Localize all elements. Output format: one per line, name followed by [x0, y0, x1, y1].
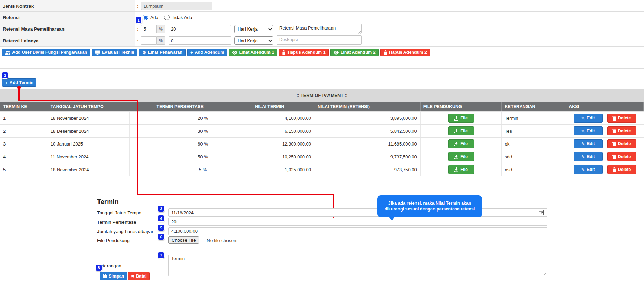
jenis-kontrak-input [141, 2, 212, 10]
trash-icon [282, 50, 286, 55]
lihat-adendum-1-button[interactable]: Lihat Adendum 1 [229, 49, 277, 56]
delete-button[interactable]: Delete [607, 152, 636, 161]
retensi-masa-unit-select[interactable]: Hari Kerja [234, 25, 273, 33]
cell-empty [130, 150, 154, 163]
pencil-icon: ✎ [581, 167, 585, 172]
percent-addon: % [157, 25, 165, 33]
colon: : [135, 23, 140, 35]
calendar-icon[interactable] [539, 210, 544, 215]
download-icon [454, 142, 458, 146]
cell-nilai: 6,150,000.00 [252, 125, 315, 137]
colon: : [135, 0, 140, 11]
trash-icon [612, 116, 616, 121]
edit-button[interactable]: ✎ Edit [574, 126, 603, 135]
keterangan-label: Keterangan [97, 263, 159, 268]
lihat-penawaran-button[interactable]: ⚙ Lihat Penawaran [139, 49, 186, 56]
plus-icon: + [190, 50, 193, 55]
step-badge-6: 6 [158, 234, 164, 240]
cell-aksi: ✎ Edit Delete [566, 112, 644, 124]
simpan-button[interactable]: Simpan [100, 272, 127, 280]
file-button[interactable]: File [448, 152, 474, 161]
percent-addon: % [157, 36, 165, 45]
hapus-adendum-1-button[interactable]: Hapus Adendum 1 [279, 49, 328, 56]
retensi-lainnya-pct-input[interactable] [141, 36, 157, 45]
download-icon [454, 129, 458, 133]
add-adendum-button[interactable]: + Add Adendum [187, 49, 227, 56]
cell-termin-ke: 2 [0, 125, 48, 137]
choose-file-button[interactable]: Choose File [168, 236, 199, 244]
gears-icon: ⚙ [142, 50, 146, 55]
jenis-kontrak-label: Jenis Kontrak [0, 0, 135, 11]
col-file-pendukung: FILE PENDUKUNG [421, 102, 502, 111]
persentase-label: Termin Persentase [97, 220, 159, 225]
retensi-lainnya-days-input[interactable] [169, 36, 231, 45]
trash-icon [612, 167, 616, 172]
delete-button[interactable]: Delete [607, 126, 636, 135]
retensi-lainnya-desc-textarea[interactable] [277, 35, 362, 45]
edit-button[interactable]: ✎ Edit [574, 152, 603, 161]
jumlah-input[interactable] [168, 227, 547, 235]
cell-empty [130, 112, 154, 124]
edit-button[interactable]: ✎ Edit [574, 139, 603, 148]
add-user-divisi-button[interactable]: Add User Divisi Fungsi Pengawasan [2, 49, 90, 56]
retensi-masa-desc-textarea[interactable]: Retensi Masa Pemeliharaan [277, 24, 362, 33]
retensi-tidak-radio[interactable] [164, 15, 170, 20]
retensi-ada-label: Ada [150, 15, 158, 20]
lihat-adendum-2-button[interactable]: Lihat Adendum 2 [330, 49, 379, 56]
cell-termin-ke: 4 [0, 150, 48, 163]
edit-button[interactable]: ✎ Edit [574, 165, 603, 174]
cell-aksi: ✎ Edit Delete [566, 125, 644, 137]
col-termin-ke: TERMIN KE [0, 102, 48, 111]
retensi-lainnya-label: Retensi Lainnya [0, 35, 135, 46]
cell-nilai-retensi: 973,750.00 [315, 163, 421, 176]
delete-button[interactable]: Delete [607, 165, 636, 174]
step-badge-4: 4 [158, 215, 164, 221]
trash-icon [612, 142, 616, 146]
retensi-callout: Jika ada retensi, maka Nilai Termin akan… [377, 195, 482, 217]
pencil-icon: ✎ [581, 155, 585, 159]
colon: : [135, 35, 140, 46]
pencil-icon: ✎ [581, 129, 585, 133]
cell-persentase: 5 % [154, 163, 252, 176]
retensi-masa-days-input[interactable] [169, 25, 231, 33]
download-icon [454, 116, 458, 121]
retensi-masa-pct-input[interactable] [141, 25, 157, 33]
users-icon [5, 50, 10, 55]
cell-termin-ke: 3 [0, 138, 48, 150]
keterangan-textarea[interactable]: Termin [168, 255, 547, 276]
file-button[interactable]: File [448, 139, 474, 148]
termin-form-title: Termin [97, 198, 119, 206]
cell-nilai: 1,025,000.00 [252, 163, 315, 176]
persentase-input[interactable] [168, 218, 547, 226]
cell-persentase: 50 % [154, 150, 252, 163]
hapus-adendum-2-button[interactable]: Hapus Adendum 2 [380, 49, 430, 56]
cell-keterangan: Tes [502, 125, 566, 137]
col-nilai-termin: NILAI TERMIN [252, 102, 315, 111]
table-row: 3 10 Januari 2025 60 % 12,300,000.00 11,… [0, 137, 644, 150]
retensi-ada-radio[interactable] [143, 15, 148, 20]
table-row: 2 18 Desember 2024 30 % 6,150,000.00 5,8… [0, 124, 644, 137]
table-header: TERMIN KE TANGGAL JATUH TEMPO TERMIN PER… [0, 102, 644, 111]
retensi-lainnya-unit-select[interactable]: Hari Kerja [234, 36, 273, 45]
batal-button[interactable]: ✖ Batal [128, 272, 150, 280]
eye-icon [232, 51, 237, 55]
retensi-tidak-label: Tidak Ada [172, 15, 192, 20]
cell-persentase: 20 % [154, 112, 252, 124]
term-of-payment-table: :: TERM OF PAYMENT :: TERMIN KE TANGGAL … [0, 89, 644, 176]
cell-tanggal: 18 November 2024 [48, 112, 130, 124]
pencil-icon: ✎ [581, 142, 585, 146]
step-badge-2: 2 [2, 72, 8, 78]
delete-button[interactable]: Delete [607, 114, 636, 123]
file-button[interactable]: File [448, 114, 474, 123]
file-button[interactable]: File [448, 126, 474, 135]
cell-keterangan: ok [502, 138, 566, 150]
cell-tanggal: 18 Desember 2024 [48, 125, 130, 137]
file-button[interactable]: File [448, 165, 474, 174]
cell-empty [130, 138, 154, 150]
delete-button[interactable]: Delete [607, 139, 636, 148]
edit-button[interactable]: ✎ Edit [574, 114, 603, 123]
cell-persentase: 60 % [154, 138, 252, 150]
cell-termin-ke: 5 [0, 163, 48, 176]
tanggal-input[interactable] [168, 208, 547, 217]
evaluasi-teknis-button[interactable]: Evaluasi Teknis [92, 49, 137, 56]
